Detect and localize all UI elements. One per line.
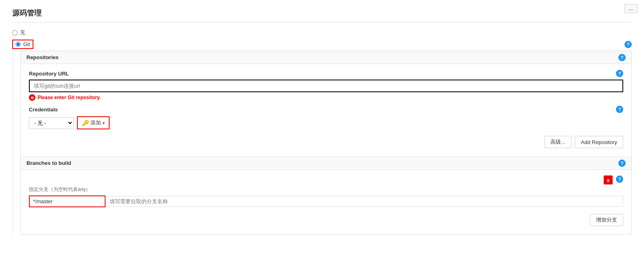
dropdown-arrow-icon: ▾ bbox=[103, 121, 105, 125]
credentials-field: Credentials ? - 无 - 🔑 添加 ▾ bbox=[29, 106, 623, 129]
repo-url-field: Repository URL ? ⊖ Please enter Git repo… bbox=[29, 70, 623, 101]
radio-none-row: 无 bbox=[12, 29, 632, 36]
branch-value-input[interactable] bbox=[29, 195, 106, 207]
credentials-label-row: Credentials ? bbox=[29, 106, 623, 113]
branch-name-input[interactable] bbox=[106, 196, 623, 207]
branch-input-row bbox=[29, 195, 623, 207]
radio-git-label: Git bbox=[23, 41, 30, 47]
repo-panel: Repository URL ? ⊖ Please enter Git repo… bbox=[21, 64, 631, 157]
repo-url-help-icon[interactable]: ? bbox=[616, 70, 623, 77]
page-container: ... 源码管理 无 Git ? Repositories ? Reposito… bbox=[0, 0, 644, 273]
git-help-area: ? bbox=[624, 41, 632, 48]
git-radio-box: Git bbox=[12, 40, 33, 49]
credentials-help-icon[interactable]: ? bbox=[616, 106, 623, 113]
add-repository-button[interactable]: Add Repository bbox=[575, 136, 623, 148]
corner-area: ... bbox=[624, 4, 637, 13]
credentials-label: Credentials bbox=[29, 107, 58, 113]
git-help-icon[interactable]: ? bbox=[624, 41, 632, 48]
add-credentials-button[interactable]: 🔑 添加 ▾ bbox=[77, 116, 110, 129]
repo-url-label-row: Repository URL ? bbox=[29, 70, 623, 77]
radio-none-label: 无 bbox=[20, 29, 25, 36]
repo-url-error-text: Please enter Git repository. bbox=[37, 95, 101, 100]
repositories-header: Repositories ? bbox=[21, 51, 631, 64]
branch-delete-button[interactable]: x bbox=[604, 175, 613, 184]
radio-none[interactable] bbox=[12, 30, 18, 36]
git-radio-row: Git ? bbox=[12, 40, 632, 49]
branches-help-icon[interactable]: ? bbox=[618, 160, 626, 167]
radio-git[interactable] bbox=[15, 42, 21, 47]
error-icon: ⊖ bbox=[29, 94, 35, 101]
repositories-help-icon[interactable]: ? bbox=[618, 54, 626, 61]
action-buttons-row: 高级... Add Repository bbox=[29, 136, 623, 148]
add-button-label: 添加 bbox=[90, 119, 101, 127]
repo-url-label: Repository URL bbox=[29, 71, 69, 77]
repo-url-error-row: ⊖ Please enter Git repository. bbox=[29, 94, 623, 101]
branches-panel: x ? 指定分支（为空时代表any） 增加分支 bbox=[21, 170, 631, 234]
credentials-select[interactable]: - 无 - bbox=[29, 117, 74, 129]
add-branch-row: 增加分支 bbox=[29, 214, 623, 226]
git-section: Repositories ? Repository URL ? ⊖ Please… bbox=[20, 51, 632, 235]
page-title: 源码管理 bbox=[12, 8, 632, 22]
credentials-row: - 无 - 🔑 添加 ▾ bbox=[29, 116, 623, 129]
branch-sub-label: 指定分支（为空时代表any） bbox=[29, 186, 623, 193]
branch-delete-row: x ? bbox=[29, 175, 623, 184]
advanced-button[interactable]: 高级... bbox=[544, 136, 571, 148]
add-branch-button[interactable]: 增加分支 bbox=[590, 214, 623, 226]
branch-item-help-icon[interactable]: ? bbox=[616, 175, 623, 183]
repositories-title: Repositories bbox=[26, 54, 59, 60]
corner-button[interactable]: ... bbox=[624, 4, 637, 13]
branches-title: Branches to build bbox=[26, 160, 71, 166]
branches-header: Branches to build ? bbox=[21, 157, 631, 170]
repo-url-input[interactable] bbox=[29, 80, 623, 92]
key-icon: 🔑 bbox=[82, 120, 89, 126]
